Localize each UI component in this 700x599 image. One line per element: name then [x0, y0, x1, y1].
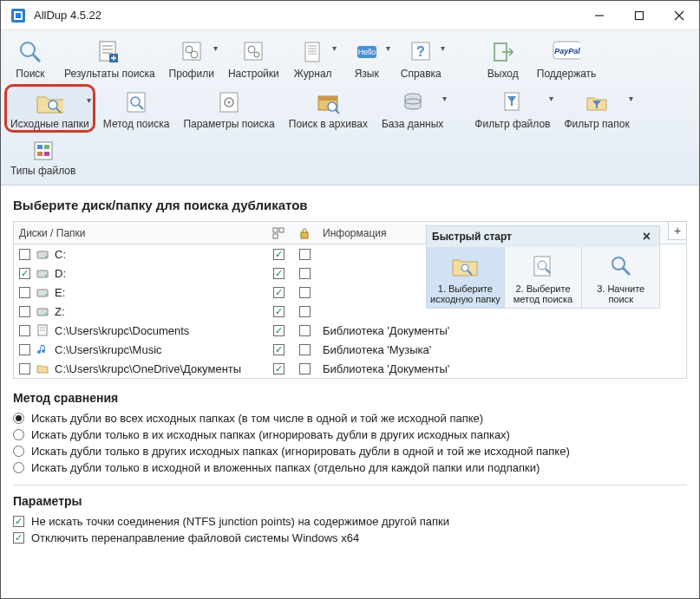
quick-start-title: Быстрый старт	[432, 231, 512, 243]
row-checkbox[interactable]: ✓	[19, 325, 30, 336]
add-folder-button[interactable]: +	[668, 221, 687, 240]
label: Фильтр папок	[564, 118, 629, 130]
radio-icon	[13, 446, 24, 457]
lock-checkbox[interactable]: ✓	[299, 268, 311, 279]
svg-line-8	[33, 55, 40, 62]
method-option-1[interactable]: Искать дубли во всех исходных папках (в …	[13, 410, 687, 426]
gear-page-icon	[215, 88, 243, 116]
svg-point-39	[228, 101, 231, 104]
label: Поддержать	[537, 68, 597, 80]
database-button[interactable]: ▾База данных	[376, 84, 449, 133]
subfolder-checkbox[interactable]: ✓	[273, 306, 285, 317]
svg-point-42	[328, 102, 337, 111]
quick-start-close-button[interactable]: ×	[639, 230, 654, 244]
row-checkbox[interactable]: ✓	[19, 306, 30, 317]
app-window: AllDup 4.5.22 Поиск Результаты поиска ▾П…	[0, 0, 700, 599]
lock-checkbox[interactable]: ✓	[299, 249, 311, 260]
file-types-button[interactable]: Типы файлов	[4, 134, 82, 179]
database-icon	[399, 88, 427, 116]
row-label: D:	[55, 267, 66, 280]
quick-step-3[interactable]: 3. Начните поиск	[582, 247, 659, 308]
lock-checkbox[interactable]: ✓	[299, 344, 311, 355]
quick-step-2[interactable]: 2. Выберите метод поиска	[505, 247, 583, 308]
lock-checkbox[interactable]: ✓	[299, 306, 311, 317]
svg-point-66	[45, 275, 47, 277]
content-area: Выберите диск/папку для поиска дубликато…	[1, 186, 699, 598]
subfolder-checkbox[interactable]: ✓	[273, 344, 285, 355]
window-controls	[579, 1, 699, 30]
search-button[interactable]: Поиск	[4, 34, 56, 82]
magnifier-icon	[16, 38, 44, 66]
folder-search-icon	[36, 88, 63, 116]
main-heading: Выберите диск/папку для поиска дубликато…	[13, 198, 687, 212]
source-folders-button[interactable]: ▾ Исходные папки	[4, 84, 95, 133]
row-checkbox[interactable]: ✓	[19, 344, 30, 355]
row-checkbox[interactable]: ✓	[19, 363, 30, 374]
col-lock-icon[interactable]	[291, 222, 317, 244]
folder-icon	[36, 361, 49, 375]
settings-button[interactable]: Настройки	[222, 34, 285, 82]
log-button[interactable]: ▾Журнал	[287, 34, 339, 82]
subfolder-checkbox[interactable]: ✓	[273, 268, 285, 279]
radio-icon	[13, 462, 24, 473]
chevron-down-icon: ▾	[442, 94, 447, 103]
table-row[interactable]: ✓C:\Users\krupc\OneDrive\Документы✓✓Библ…	[14, 359, 686, 378]
subfolder-checkbox[interactable]: ✓	[273, 325, 285, 336]
file-filter-button[interactable]: ▾Фильтр файлов	[468, 84, 556, 133]
quick-step-1[interactable]: 1. Выберите исходную папку	[427, 247, 505, 308]
table-row[interactable]: ✓C:\Users\krupc\Music✓✓Библиотека 'Музык…	[14, 340, 686, 359]
label: Искать дубли во всех исходных папках (в …	[31, 412, 483, 425]
subfolder-checkbox[interactable]: ✓	[273, 287, 285, 298]
results-icon	[95, 38, 123, 66]
window-title: AllDup 4.5.22	[34, 9, 579, 22]
table-row[interactable]: ✓C:\Users\krupc\Documents✓✓Библиотека 'Д…	[14, 321, 686, 340]
row-label: C:\Users\krupc\OneDrive\Документы	[55, 362, 241, 375]
method-option-4[interactable]: Искать дубли только в исходной и вложенн…	[13, 459, 687, 476]
row-label: Z:	[55, 305, 65, 318]
exit-button[interactable]: Выход	[477, 34, 529, 82]
col-disks[interactable]: Диски / Папки	[14, 222, 265, 244]
archive-search-button[interactable]: Поиск в архивах	[283, 84, 374, 133]
lock-checkbox[interactable]: ✓	[299, 287, 311, 298]
row-checkbox[interactable]: ✓	[19, 287, 30, 298]
folder-music-icon	[36, 342, 49, 356]
svg-rect-50	[37, 152, 43, 156]
separator	[13, 485, 687, 485]
row-checkbox[interactable]: ✓	[19, 268, 30, 279]
profiles-icon	[178, 38, 206, 66]
gear-icon	[239, 38, 267, 66]
label: Метод поиска	[103, 118, 170, 130]
maximize-button[interactable]	[619, 1, 659, 30]
svg-rect-60	[279, 228, 284, 232]
subfolder-checkbox[interactable]: ✓	[273, 363, 285, 374]
minimize-button[interactable]	[579, 1, 619, 30]
profiles-button[interactable]: ▾Профили	[163, 34, 220, 82]
archive-icon	[314, 88, 342, 116]
method-option-2[interactable]: Искать дубли только в их исходных папках…	[13, 426, 687, 443]
search-params-button[interactable]: Параметры поиска	[177, 84, 280, 133]
lock-checkbox[interactable]: ✓	[299, 325, 311, 336]
close-button[interactable]	[659, 1, 699, 30]
support-button[interactable]: PayPalПоддержать	[531, 34, 603, 82]
param-option-1[interactable]: ✓Не искать точки соединения (NTFS juncti…	[13, 513, 687, 530]
row-checkbox[interactable]: ✓	[19, 249, 30, 260]
label: 2. Выберите метод поиска	[507, 283, 580, 304]
results-button[interactable]: Результаты поиска	[58, 34, 161, 82]
subfolder-checkbox[interactable]: ✓	[273, 249, 285, 260]
language-button[interactable]: Hello▾Язык	[341, 34, 393, 82]
svg-rect-17	[245, 42, 262, 60]
help-button[interactable]: ?▾Справка	[395, 34, 448, 82]
label: Отключить перенаправление файловой систе…	[31, 531, 359, 544]
toolbar-row-main: Поиск Результаты поиска ▾Профили Настрой…	[4, 34, 696, 82]
label: База данных	[382, 118, 443, 130]
chevron-down-icon: ▾	[386, 43, 390, 53]
folder-filter-button[interactable]: ▾Фильтр папок	[558, 84, 635, 133]
col-tree-icon[interactable]	[265, 222, 291, 244]
search-method-button[interactable]: Метод поиска	[97, 84, 176, 133]
label: Поиск в архивах	[289, 118, 368, 130]
quick-start-body: 1. Выберите исходную папку 2. Выберите м…	[427, 247, 659, 308]
lock-checkbox[interactable]: ✓	[299, 363, 311, 374]
help-icon: ?	[407, 38, 435, 66]
param-option-2[interactable]: ✓Отключить перенаправление файловой сист…	[13, 530, 687, 546]
method-option-3[interactable]: Искать дубли только в других исходных па…	[13, 443, 687, 459]
